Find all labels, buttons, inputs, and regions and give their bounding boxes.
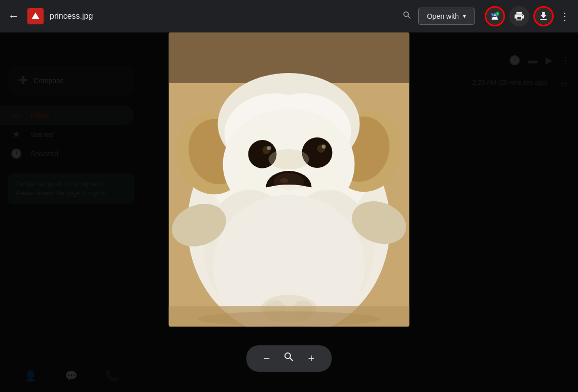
save-to-drive-button[interactable]: + — [485, 6, 505, 26]
viewer-toolbar: ← princess.jpg Open with ▾ — [0, 0, 578, 32]
image-preview-container — [169, 32, 410, 327]
download-button[interactable] — [533, 6, 554, 26]
file-type-icon — [27, 8, 44, 24]
zoom-icon — [283, 351, 295, 366]
zoom-in-button[interactable]: + — [303, 350, 319, 367]
zoom-controls: − + — [246, 345, 332, 372]
more-options-button[interactable]: ⋮ — [560, 10, 570, 22]
zoom-out-button[interactable]: − — [259, 350, 275, 367]
image-viewer-overlay: ← princess.jpg Open with ▾ — [0, 0, 578, 392]
search-icon[interactable] — [402, 10, 412, 23]
svg-point-19 — [322, 145, 326, 149]
toolbar-right-icons: + ⋮ — [485, 6, 570, 26]
file-name-label: princess.jpg — [50, 12, 396, 21]
open-with-label: Open with — [427, 12, 459, 20]
print-button[interactable] — [509, 6, 529, 26]
svg-point-18 — [267, 146, 271, 150]
svg-rect-36 — [169, 306, 410, 327]
svg-point-34 — [269, 149, 309, 169]
back-button[interactable]: ← — [8, 10, 19, 23]
svg-text:+: + — [496, 12, 498, 16]
svg-point-22 — [280, 178, 288, 183]
open-with-chevron-icon: ▾ — [463, 13, 466, 20]
dog-image — [169, 32, 410, 327]
open-with-button[interactable]: Open with ▾ — [418, 8, 475, 25]
